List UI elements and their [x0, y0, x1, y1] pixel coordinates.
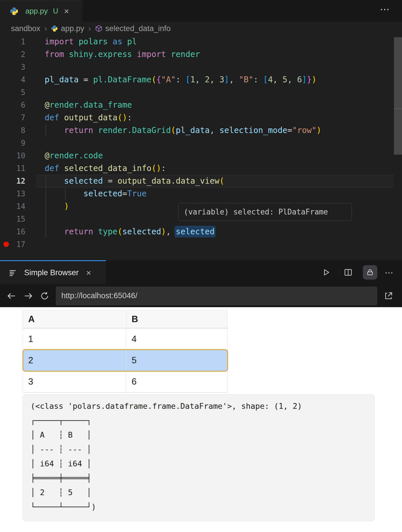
code-token: @: [45, 100, 50, 110]
code-line: return render.DataGrid(pl_data, selectio…: [45, 124, 321, 137]
code-line: return type(selected), selected: [45, 225, 215, 238]
lock-icon[interactable]: [363, 265, 377, 280]
hover-tooltip-text: (variable) selected: PlDataFrame: [184, 208, 328, 216]
code-token: (): [117, 113, 127, 122]
data-grid-header: AB: [23, 311, 227, 328]
breadcrumb-symbol[interactable]: selected_data_info: [105, 24, 171, 33]
code-line: @render.code: [45, 149, 103, 162]
column-header[interactable]: A: [23, 311, 126, 328]
tab-app-py[interactable]: app.py U ×: [0, 0, 82, 22]
browser-navbar: http://localhost:65046/: [0, 284, 402, 307]
indent-guide: [65, 187, 66, 200]
reload-icon[interactable]: [40, 291, 50, 301]
code-token: 3: [219, 75, 224, 84]
code-token: render.DataGrid: [98, 126, 171, 135]
code-token: as: [113, 37, 127, 46]
table-row[interactable]: 36: [23, 371, 227, 392]
table-row-selected[interactable]: 25: [23, 350, 227, 371]
code-token: return: [64, 126, 98, 135]
code-line: def output_data():: [45, 111, 132, 124]
code-token: ,: [210, 75, 219, 84]
editor-more-actions-icon[interactable]: ⋯: [380, 3, 390, 15]
code-token: ,: [210, 126, 219, 135]
indent-guide: [45, 124, 46, 137]
code-line: selected=True: [45, 187, 147, 200]
code-token: :: [253, 75, 263, 84]
code-token: True: [127, 189, 147, 198]
code-token: (: [219, 176, 224, 186]
browser-webview: AB 142536 (<class 'polars.dataframe.fram…: [0, 307, 402, 532]
symbol-function-icon: [95, 25, 103, 32]
code-token: from: [45, 50, 69, 59]
code-token: [45, 227, 64, 236]
code-token: output_data.data_view: [117, 176, 219, 186]
line-number: 3: [0, 61, 25, 73]
line-number: 1: [0, 35, 25, 48]
code-token: "row": [292, 126, 316, 135]
table-cell: 5: [126, 350, 227, 371]
split-editor-icon[interactable]: [341, 265, 355, 280]
editor-scrollbar-thumb[interactable]: [394, 37, 402, 155]
panel-tab-close-icon[interactable]: ×: [86, 268, 91, 278]
code-token: ,: [195, 75, 205, 84]
line-number: 4: [0, 73, 25, 86]
code-token: [45, 126, 64, 135]
breadcrumb: sandbox › app.py › selected_data_info: [0, 22, 402, 35]
panel-more-actions-icon[interactable]: ⋯: [385, 267, 394, 278]
back-icon[interactable]: [6, 291, 17, 301]
code-token: ,: [229, 75, 239, 84]
breakpoint-icon[interactable]: [3, 242, 9, 247]
table-cell: 2: [23, 350, 126, 371]
run-icon[interactable]: [319, 265, 333, 280]
breadcrumb-file[interactable]: app.py: [61, 24, 84, 33]
line-number: 9: [0, 137, 25, 149]
tab-label: app.py: [25, 7, 48, 16]
python-icon: [51, 25, 58, 32]
code-token: ): [64, 202, 69, 211]
code-token: ): [316, 126, 321, 135]
table-row[interactable]: 14: [23, 328, 227, 350]
column-header[interactable]: B: [126, 311, 227, 328]
line-number: 7: [0, 111, 25, 124]
code-token: "B": [239, 75, 253, 84]
code-token: selected_data_info: [64, 164, 151, 173]
code-token: ]: [224, 75, 229, 84]
code-token: "A": [161, 75, 176, 84]
code-token: =: [108, 176, 117, 186]
python-icon: [10, 7, 18, 16]
code-output-text: (<class 'polars.dataframe.frame.DataFram…: [23, 394, 374, 514]
code-token: render: [171, 50, 200, 59]
panel-tab-label: Simple Browser: [24, 268, 79, 277]
code-token: def: [45, 164, 64, 173]
panel-header: Simple Browser × ⋯: [0, 260, 402, 284]
code-line: import polars as pl: [45, 35, 137, 48]
code-token: render.code: [50, 151, 103, 160]
open-external-icon[interactable]: [384, 291, 393, 301]
code-token: [: [263, 75, 268, 84]
code-token: =: [84, 75, 93, 84]
code-token: (: [117, 227, 122, 236]
url-input[interactable]: http://localhost:65046/: [56, 287, 377, 305]
code-token: selected: [122, 227, 161, 236]
tab-close-icon[interactable]: ×: [64, 6, 69, 16]
code-token: def: [45, 113, 64, 122]
table-cell: 3: [23, 371, 126, 392]
code-token: (): [151, 164, 161, 173]
indent-guide: [45, 175, 46, 238]
code-token: 6: [297, 75, 302, 84]
code-token: ,: [273, 75, 282, 84]
highlighted-occurrence: selected: [176, 227, 215, 236]
code-token: 4: [268, 75, 273, 84]
code-token: [45, 176, 64, 186]
table-cell: 6: [126, 371, 227, 392]
code-editor[interactable]: 1234567891011121314151617 import polars …: [0, 35, 402, 260]
code-token: :: [176, 75, 185, 84]
forward-icon[interactable]: [23, 291, 33, 301]
tab-simple-browser[interactable]: Simple Browser ×: [0, 260, 106, 284]
url-text: http://localhost:65046/: [61, 291, 137, 300]
code-token: pl.DataFrame: [93, 75, 151, 84]
code-token: pl_data: [45, 75, 84, 84]
breadcrumb-folder[interactable]: sandbox: [11, 24, 40, 33]
list-icon: [9, 269, 17, 277]
line-number: 12: [0, 175, 25, 187]
